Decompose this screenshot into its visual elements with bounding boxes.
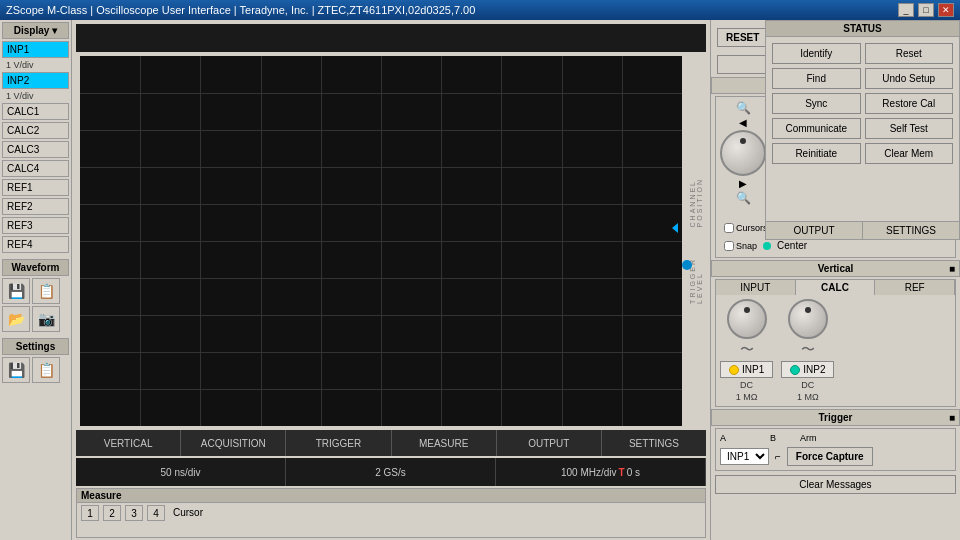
inp2-knob[interactable]	[788, 299, 828, 339]
output-tab[interactable]: OUTPUT	[766, 222, 863, 239]
clear-mem-button[interactable]: Clear Mem	[865, 143, 954, 164]
snap-checkbox[interactable]	[724, 241, 734, 251]
trigger-header: Trigger ■	[711, 409, 960, 426]
scope-display	[80, 56, 682, 426]
maximize-button[interactable]: □	[918, 3, 934, 17]
grid	[80, 56, 682, 426]
inp2-wave-icon: 〜	[801, 341, 815, 359]
tab-settings[interactable]: SETTINGS	[602, 430, 706, 456]
inp2-knob-dot	[805, 307, 811, 313]
tab-input[interactable]: INPUT	[716, 280, 796, 295]
tab-trigger[interactable]: TRIGGER	[286, 430, 391, 456]
vertical-header: Vertical ■	[711, 260, 960, 277]
channel-side-label: CHANNELPOSITION	[689, 178, 703, 227]
tab-measure[interactable]: MEASURE	[392, 430, 497, 456]
calc2-button[interactable]: CALC2	[2, 122, 69, 139]
settings-save-icon[interactable]: 💾	[2, 357, 30, 383]
reset-status-button[interactable]: Reset	[865, 43, 954, 64]
ref3-button[interactable]: REF3	[2, 217, 69, 234]
restore-cal-button[interactable]: Restore Cal	[865, 93, 954, 114]
status-bar: 50 ns/div 2 GS/s 100 MHz/div T 0 s	[76, 458, 706, 486]
measure-2-button[interactable]: 2	[103, 505, 121, 521]
inp1-knob-dot	[744, 307, 750, 313]
display-label[interactable]: Display ▾	[2, 22, 69, 39]
reset-button[interactable]: RESET	[717, 28, 768, 47]
waveform-label: Waveform	[2, 259, 69, 276]
status-panel: STATUS Identify Reset Find Undo Setup Sy…	[765, 20, 960, 240]
force-capture-button[interactable]: Force Capture	[787, 447, 873, 466]
open-icon[interactable]: 📂	[2, 306, 30, 332]
minimize-button[interactable]: _	[898, 3, 914, 17]
inp1-knob[interactable]	[727, 299, 767, 339]
measure-3-button[interactable]: 3	[125, 505, 143, 521]
status-panel-header: STATUS	[766, 21, 959, 37]
inp2-button[interactable]: INP2	[2, 72, 69, 89]
self-test-button[interactable]: Self Test	[865, 118, 954, 139]
ref1-button[interactable]: REF1	[2, 179, 69, 196]
settings-copy-icon[interactable]: 📋	[32, 357, 60, 383]
left-panel: Display ▾ INP1 1 V/div INP2 1 V/div CALC…	[0, 20, 72, 540]
settings-tab[interactable]: SETTINGS	[863, 222, 959, 239]
window-controls: _ □ ✕	[898, 3, 954, 17]
trigger-source-row: INP1 ⌐ Force Capture	[720, 447, 951, 466]
tab-output[interactable]: OUTPUT	[497, 430, 602, 456]
tab-acquisition[interactable]: ACQUISITION	[181, 430, 286, 456]
reinitiate-button[interactable]: Reinitiate	[772, 143, 861, 164]
tab-ref[interactable]: REF	[875, 280, 955, 295]
clear-messages-button[interactable]: Clear Messages	[715, 475, 956, 494]
scope-tabs-bar: VERTICAL ACQUISITION TRIGGER MEASURE OUT…	[76, 430, 706, 456]
trigger-close-icon[interactable]: ■	[949, 412, 955, 423]
camera-icon[interactable]: 📷	[32, 306, 60, 332]
vertical-tabs: INPUT CALC REF	[716, 280, 955, 295]
measure-panel: Measure 1 2 3 4 Cursor	[76, 488, 706, 538]
vertical-section: INPUT CALC REF 〜 INP1 DC 1 MΩ	[715, 279, 956, 407]
zoom-knob[interactable]	[720, 130, 766, 176]
trigger-section: A B Arm INP1 ⌐ Force Capture	[715, 428, 956, 471]
inp2-channel-btn[interactable]: INP2	[781, 361, 834, 378]
ref4-button[interactable]: REF4	[2, 236, 69, 253]
save-icon[interactable]: 💾	[2, 278, 30, 304]
inp1-button[interactable]: INP1	[2, 41, 69, 58]
snap-checkbox-label: Snap	[724, 241, 757, 251]
measure-1-button[interactable]: 1	[81, 505, 99, 521]
close-button[interactable]: ✕	[938, 3, 954, 17]
window-title: ZScope M-Class | Oscilloscope User Inter…	[6, 4, 475, 16]
trigger-source-select[interactable]: INP1	[720, 448, 769, 465]
inp1-led	[729, 365, 739, 375]
zoom-plus-icon[interactable]: 🔍	[736, 191, 751, 205]
sync-button[interactable]: Sync	[772, 93, 861, 114]
inp1-channel-btn[interactable]: INP1	[720, 361, 773, 378]
copy-icon[interactable]: 📋	[32, 278, 60, 304]
calc1-button[interactable]: CALC1	[2, 103, 69, 120]
inp2-scale: 1 V/div	[6, 91, 69, 101]
scope-header	[76, 24, 706, 52]
calc3-button[interactable]: CALC3	[2, 141, 69, 158]
vertical-close-icon[interactable]: ■	[949, 263, 955, 274]
tab-vertical[interactable]: VERTICAL	[76, 430, 181, 456]
inp2-ctrl: 〜 INP2 DC 1 MΩ	[781, 299, 834, 402]
waveform-icons: 💾 📋	[2, 278, 69, 304]
measure-header: Measure	[77, 489, 705, 503]
find-button[interactable]: Find	[772, 68, 861, 89]
ref2-button[interactable]: REF2	[2, 198, 69, 215]
cursors-checkbox[interactable]	[724, 223, 734, 233]
zoom-minus-icon[interactable]: 🔍	[736, 101, 751, 115]
t-marker: T	[619, 467, 625, 478]
measure-4-button[interactable]: 4	[147, 505, 165, 521]
tab-calc[interactable]: CALC	[796, 280, 876, 295]
inp1-ctrl: 〜 INP1 DC 1 MΩ	[720, 299, 773, 402]
communicate-button[interactable]: Communicate	[772, 118, 861, 139]
sample-rate-cell: 2 GS/s	[286, 458, 496, 486]
identify-button[interactable]: Identify	[772, 43, 861, 64]
calc4-button[interactable]: CALC4	[2, 160, 69, 177]
right-arrow-icon: ▶	[739, 178, 747, 189]
zoom-knob-dot	[740, 138, 746, 144]
trigger-a-col: A	[720, 433, 726, 443]
freq-div-cell: 100 MHz/div T 0 s	[496, 458, 706, 486]
waveform-icons2: 📂 📷	[2, 306, 69, 332]
time-div-cell: 50 ns/div	[76, 458, 286, 486]
status-panel-tabs: OUTPUT SETTINGS	[766, 221, 959, 239]
measure-nums: 1 2 3 4 Cursor	[77, 503, 705, 523]
trigger-arrow	[672, 223, 678, 233]
undo-setup-button[interactable]: Undo Setup	[865, 68, 954, 89]
